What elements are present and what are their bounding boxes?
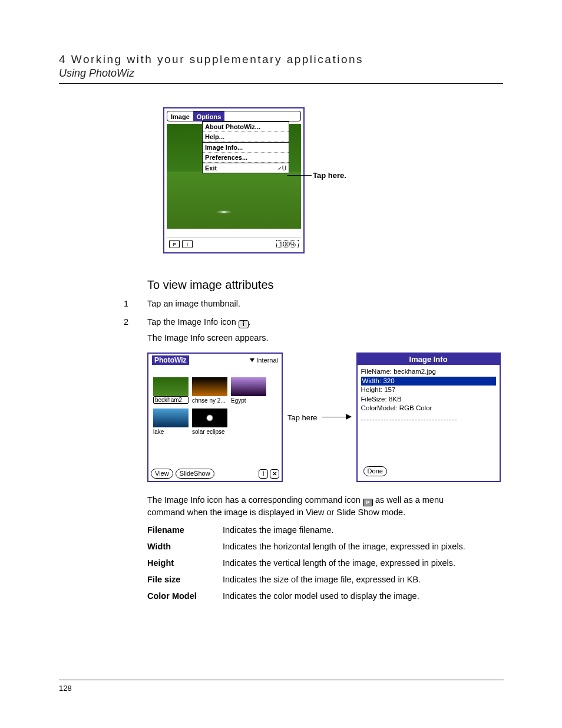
step-text: Tap an image thumbnail. — [147, 298, 503, 310]
info-icon: i — [239, 320, 249, 328]
thumbnail[interactable]: lake — [153, 409, 189, 435]
delete-icon-button[interactable]: ✕ — [270, 469, 279, 479]
bottom-buttons: View SlideShow i ✕ — [151, 469, 279, 479]
zoom-level[interactable]: 100% — [276, 240, 299, 248]
menu-options[interactable]: Options — [193, 111, 225, 121]
menu-help[interactable]: Help... — [203, 132, 289, 142]
arrow-icon — [322, 411, 352, 423]
photo-content — [184, 204, 283, 224]
definitions-table: Filename Indicates the image filename. W… — [147, 525, 503, 601]
palm-screen-options: Image Options About PhotoWiz... Help... … — [163, 107, 305, 253]
thumbnail[interactable]: Egypt — [231, 377, 266, 404]
step-subtext: The Image Info screen appears. — [147, 332, 503, 344]
callout-tap-here: Tap here. — [313, 171, 346, 180]
page-number: 128 — [59, 680, 504, 693]
steps-list: 1 Tap an image thumbnail. 2 Tap the Imag… — [124, 298, 503, 344]
thumbnail-grid: beckham2 chnse ny 2... Egypt lake solar … — [153, 377, 277, 436]
callout-leader — [287, 175, 312, 176]
storage-selector[interactable]: Internal — [250, 357, 278, 364]
figure-1: Image Options About PhotoWiz... Help... … — [59, 107, 503, 261]
step-1: 1 Tap an image thumbnail. — [124, 298, 503, 310]
menu-exit[interactable]: Exit ✓U — [203, 163, 289, 173]
info-icon-button[interactable]: i — [259, 469, 268, 479]
def-height: Height Indicates the vertical length of … — [147, 558, 503, 568]
options-dropdown: About PhotoWiz... Help... Image Info... … — [202, 121, 289, 173]
page-header: 4 Working with your supplementary applic… — [59, 53, 503, 84]
dropdown-icon — [250, 358, 254, 362]
photowiz-browser-screen: PhotoWiz Internal beckham2 chnse ny 2...… — [147, 353, 283, 482]
info-icon[interactable]: i — [182, 240, 193, 248]
dialog-body: FileName: beckham2.jpg Width: 320 Height… — [358, 365, 500, 425]
image-info-dialog: Image Info FileName: beckham2.jpg Width:… — [356, 353, 501, 482]
menu-image-info[interactable]: Image Info... — [203, 143, 289, 153]
chapter-title: 4 Working with your supplementary applic… — [59, 53, 503, 66]
def-colormodel: Color Model Indicates the color model us… — [147, 591, 503, 601]
menu-image[interactable]: Image — [167, 111, 193, 121]
def-filename: Filename Indicates the image filename. — [147, 525, 503, 535]
app-name: PhotoWiz — [152, 355, 189, 365]
def-filesize: File size Indicates the size of the imag… — [147, 575, 503, 584]
thumbnail[interactable]: beckham2 — [153, 377, 189, 404]
view-button[interactable]: View — [151, 469, 173, 479]
step-2: 2 Tap the Image Info icon i. The Image I… — [124, 316, 503, 344]
figure-2: PhotoWiz Internal beckham2 chnse ny 2...… — [147, 353, 503, 482]
step-number: 1 — [124, 298, 147, 310]
slideshow-button[interactable]: SlideShow — [176, 469, 214, 479]
step-number: 2 — [124, 316, 147, 344]
menu-preferences[interactable]: Preferences... — [203, 153, 289, 163]
separator: ---------------------------------- — [361, 416, 496, 423]
callout-tap-here-2: Tap here — [287, 413, 318, 422]
filesize-row: FileSize: 8KB — [361, 395, 496, 404]
menu-bar: Image Options — [167, 111, 301, 121]
colormodel-row: ColorModel: RGB Color — [361, 404, 496, 413]
page: 4 Working with your supplementary applic… — [0, 0, 562, 631]
filename-row: FileName: beckham2.jpg — [361, 367, 496, 377]
thumbnail[interactable]: solar eclipse — [192, 409, 227, 435]
app-topbar: PhotoWiz Internal — [148, 354, 282, 367]
done-button[interactable]: Done — [363, 466, 387, 476]
body-paragraph: The Image Info icon has a corresponding … — [147, 494, 477, 518]
bottom-toolbar: i• i 100% — [167, 237, 301, 250]
height-row: Height: 157 — [361, 386, 496, 395]
command-icon: i• — [363, 499, 373, 506]
shortcut-label: ✓U — [277, 165, 286, 172]
dialog-title: Image Info — [358, 354, 500, 365]
command-icon[interactable]: i• — [169, 240, 180, 248]
procedure-title: To view image attributes — [147, 278, 503, 292]
step-text: Tap the Image Info icon i. The Image Inf… — [147, 316, 503, 344]
width-row: Width: 320 — [361, 377, 496, 386]
menu-about[interactable]: About PhotoWiz... — [203, 122, 289, 132]
thumbnail[interactable]: chnse ny 2... — [192, 377, 227, 404]
section-title-header: Using PhotoWiz — [59, 67, 503, 80]
def-width: Width Indicates the horizontal length of… — [147, 542, 503, 551]
